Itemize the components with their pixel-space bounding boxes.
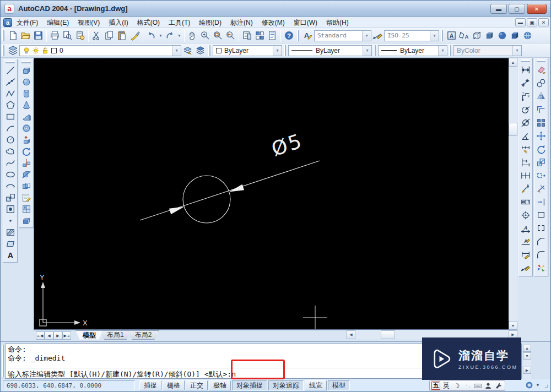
hatch-button[interactable] bbox=[3, 226, 17, 238]
menu-view[interactable]: 视图(V) bbox=[73, 17, 104, 28]
radius-dimension-button[interactable] bbox=[519, 103, 532, 116]
stretch-button[interactable] bbox=[534, 169, 548, 182]
diameter-dimension-button[interactable] bbox=[519, 116, 532, 129]
offset-button[interactable] bbox=[534, 103, 548, 116]
fillet-button[interactable] bbox=[534, 248, 548, 262]
aligned-dimension-button[interactable] bbox=[519, 77, 532, 90]
snap-toggle[interactable]: 捕捉 bbox=[139, 380, 161, 390]
move-button[interactable] bbox=[534, 129, 548, 143]
grid-toggle[interactable]: 栅格 bbox=[163, 380, 185, 390]
communication-center-icon[interactable] bbox=[525, 381, 533, 389]
match-properties-button[interactable] bbox=[128, 29, 141, 42]
toolbar-grip[interactable] bbox=[2, 30, 4, 41]
chevron-down-icon[interactable]: ▼ bbox=[362, 31, 371, 41]
interference-button[interactable] bbox=[19, 180, 33, 192]
line-button[interactable] bbox=[3, 64, 17, 76]
vertical-scrollbar[interactable]: ▲ ▼ bbox=[509, 58, 517, 330]
wireframe-button[interactable] bbox=[471, 29, 483, 42]
toolbar-grip[interactable] bbox=[2, 45, 4, 56]
dimension-text-edit-button[interactable]: A bbox=[519, 235, 532, 248]
revision-cloud-button[interactable] bbox=[3, 145, 17, 157]
box-button[interactable] bbox=[19, 64, 33, 76]
maximize-button[interactable]: ▢ bbox=[509, 4, 525, 14]
chevron-down-icon[interactable]: ▼ bbox=[430, 31, 439, 41]
polar-toggle[interactable]: 极轴 bbox=[209, 380, 231, 390]
mdi-minimize-button[interactable]: ▬ bbox=[515, 18, 526, 26]
model-toggle[interactable]: 模型 bbox=[328, 380, 350, 390]
copy-object-button[interactable] bbox=[534, 77, 548, 90]
insert-block-button[interactable] bbox=[3, 192, 17, 203]
mdi-restore-button[interactable]: ▣ bbox=[527, 18, 537, 26]
mdi-close-button[interactable]: ✕ bbox=[538, 18, 549, 26]
tab-layout2[interactable]: 布局2 bbox=[128, 330, 159, 340]
center-mark-button[interactable] bbox=[519, 209, 532, 222]
ime-user-icon[interactable] bbox=[484, 382, 493, 390]
toolbar-grip[interactable] bbox=[297, 30, 299, 41]
arc-button[interactable] bbox=[3, 122, 17, 134]
command-scroll-down-icon[interactable]: ▼ bbox=[523, 352, 531, 360]
sphere-shade-button[interactable] bbox=[496, 29, 509, 42]
menu-file[interactable]: 文件(F) bbox=[12, 17, 42, 28]
tab-model[interactable]: 模型 bbox=[75, 330, 103, 340]
dim-style-button[interactable] bbox=[371, 29, 384, 42]
undo-button[interactable] bbox=[145, 29, 158, 42]
angular-dimension-button[interactable] bbox=[519, 129, 532, 143]
setup-drawing-button[interactable] bbox=[19, 192, 33, 203]
close-button[interactable]: ✕ bbox=[527, 4, 547, 14]
layer-lock-icon[interactable] bbox=[41, 47, 49, 55]
command-scroll-up-icon[interactable]: ▲ bbox=[523, 345, 531, 352]
ime-wrench-icon[interactable] bbox=[494, 382, 503, 390]
ime-keyboard-icon[interactable] bbox=[473, 382, 482, 390]
zoom-realtime-button[interactable] bbox=[199, 29, 212, 42]
layer-color-swatch[interactable] bbox=[51, 48, 57, 53]
chamfer-button[interactable] bbox=[534, 235, 548, 248]
new-button[interactable] bbox=[7, 29, 19, 42]
menu-tools[interactable]: 工具(T) bbox=[164, 17, 195, 28]
lineweight-combo[interactable]: ByLayer ▼ bbox=[378, 45, 447, 56]
text-style-manager-button[interactable]: A bbox=[445, 29, 458, 42]
scroll-left-button[interactable]: ◀ bbox=[347, 330, 355, 339]
construction-line-button[interactable] bbox=[3, 76, 17, 88]
baseline-dimension-button[interactable] bbox=[519, 156, 532, 169]
drawing-app-icon[interactable]: a bbox=[3, 18, 12, 27]
polyline-button[interactable] bbox=[3, 88, 17, 99]
spline-button[interactable] bbox=[3, 157, 17, 168]
menu-format[interactable]: 格式(O) bbox=[133, 17, 164, 28]
cylinder-button[interactable] bbox=[19, 88, 33, 99]
layer-on-bulb-icon[interactable] bbox=[23, 47, 30, 55]
properties-button[interactable] bbox=[241, 29, 253, 42]
chevron-down-icon[interactable]: ▼ bbox=[273, 46, 282, 56]
slice-button[interactable] bbox=[19, 157, 33, 168]
region-button[interactable] bbox=[3, 238, 17, 249]
point-button[interactable] bbox=[3, 215, 17, 226]
command-window-grip[interactable] bbox=[2, 345, 4, 377]
text-style-button[interactable]: A bbox=[301, 29, 314, 42]
toolbar-grip[interactable] bbox=[537, 59, 545, 62]
zoom-window-button[interactable] bbox=[212, 29, 224, 42]
color-combo[interactable]: ByLayer ▼ bbox=[213, 45, 282, 56]
make-block-button[interactable] bbox=[3, 203, 17, 215]
trim-button[interactable] bbox=[534, 182, 548, 195]
explode-button[interactable] bbox=[534, 262, 548, 275]
layer-freeze-sun-icon[interactable] bbox=[32, 47, 40, 55]
tab-prev-button[interactable]: ◀ bbox=[45, 331, 53, 340]
mirror-button[interactable] bbox=[534, 90, 548, 103]
dim-style-manager-button[interactable]: A bbox=[458, 29, 471, 42]
undo-dropdown[interactable]: ▼ bbox=[158, 29, 164, 42]
rectangle-button[interactable] bbox=[3, 111, 17, 122]
quick-leader-button[interactable]: A bbox=[519, 182, 532, 195]
quick-dimension-button[interactable] bbox=[519, 143, 532, 156]
tab-last-button[interactable]: ▶⯮ bbox=[62, 331, 71, 340]
print-preview-button[interactable] bbox=[61, 29, 74, 42]
extend-button[interactable] bbox=[534, 195, 548, 209]
ime-mode-button[interactable]: 五 bbox=[431, 382, 440, 390]
menu-window[interactable]: 窗口(W) bbox=[289, 17, 322, 28]
tab-first-button[interactable]: ⯬◀ bbox=[36, 331, 45, 340]
layer-previous-button[interactable] bbox=[194, 44, 207, 57]
break-at-point-button[interactable] bbox=[534, 209, 548, 222]
setup-profile-button[interactable] bbox=[19, 215, 33, 226]
menu-edit[interactable]: 编辑(E) bbox=[42, 17, 73, 28]
chevron-down-icon[interactable]: ▼ bbox=[438, 46, 447, 56]
layer-combo[interactable]: 0 ▼ bbox=[19, 45, 181, 56]
dimension-update-button[interactable] bbox=[519, 248, 532, 262]
